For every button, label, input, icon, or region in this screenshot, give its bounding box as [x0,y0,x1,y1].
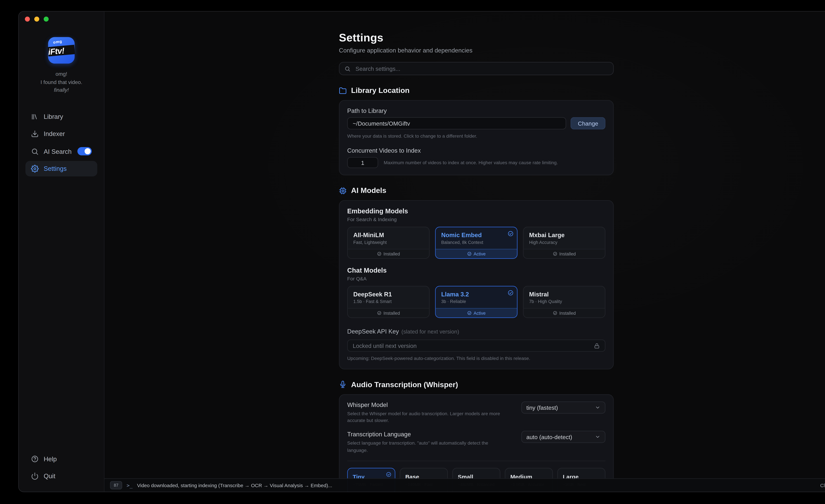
model-status-label: Installed [559,251,576,257]
concurrent-videos-input[interactable] [347,157,378,168]
library-location-section: Library Location Path to Library Change … [339,86,614,175]
section-heading: AI Models [351,187,386,195]
model-name: All-MiniLM [353,232,424,238]
toggle-knob [85,148,91,154]
whisper-model-helper: Select the Whisper model for audio trans… [347,410,506,424]
sidebar-item-label: Settings [44,165,67,172]
sidebar-item-settings[interactable]: Settings [25,161,97,176]
model-status-label: Installed [383,251,400,257]
model-card-nomic-embed[interactable]: Nomic Embed Balanced, 8k Context Active [435,227,517,259]
zoom-window-button[interactable] [44,17,49,22]
sidebar-nav: Library Indexer AI Search Settings [25,109,97,176]
model-status-label: Installed [559,311,576,316]
clear-button[interactable]: Clear [820,483,825,488]
app-logo-omg-text: omg [53,39,62,45]
ai-search-toggle[interactable] [77,147,92,155]
model-card-llama-3-2[interactable]: Llama 3.2 3b · Reliable Active [435,286,517,318]
whisper-section: Audio Transcription (Whisper) Whisper Mo… [339,380,614,492]
model-desc: High Accuracy [529,240,599,245]
model-card-deepseek-r1[interactable]: DeepSeek R1 1.5b · Fast & Smart Installe… [347,286,430,318]
sidebar: omg iFtv! omg! I found that video. final… [19,11,104,492]
chevron-down-icon [595,434,600,440]
search-icon [345,66,351,72]
installed-check-icon [552,252,557,256]
model-card-mistral[interactable]: Mistral 7b · High Quality Installed [523,286,605,318]
installed-check-icon [377,252,381,256]
section-header: Audio Transcription (Whisper) [339,380,614,388]
sidebar-item-ai-search[interactable]: AI Search [25,143,97,159]
model-name: Mistral [529,291,599,298]
model-name: Nomic Embed [441,232,512,238]
path-helper: Where your data is stored. Click to chan… [347,133,605,139]
api-key-label: DeepSeek API Key [347,328,399,335]
close-window-button[interactable] [25,17,30,22]
section-heading: Audio Transcription (Whisper) [351,380,458,388]
whisper-model-label: Whisper Model [347,401,506,408]
sidebar-item-indexer[interactable]: Indexer [25,126,97,142]
library-icon [31,113,39,121]
library-path-input[interactable] [347,117,566,129]
terminal-prompt-icon: >_ [127,483,133,488]
embedding-model-grid: All-MiniLM Fast, Lightweight Installed [347,227,605,259]
whisper-card: Whisper Model Select the Whisper model f… [339,394,614,492]
transcription-language-value: auto (auto-detect) [526,434,572,440]
installed-check-icon [377,311,381,315]
settings-icon [31,165,39,172]
tagline-line-3: finally! [25,86,97,94]
whisper-model-labels: Whisper Model Select the Whisper model f… [347,401,506,424]
lock-icon [594,343,600,349]
status-count-badge: 87 [110,481,122,489]
chevron-down-icon [595,405,600,410]
path-label: Path to Library [347,107,605,114]
indexer-icon [31,130,39,138]
sidebar-item-label: Quit [44,473,56,480]
concurrent-row: Maximum number of videos to index at onc… [347,157,605,168]
chat-models-subtitle: For Q&A [347,276,605,282]
api-key-placeholder: Locked until next version [353,343,417,349]
status-bar: 87 >_ Video downloaded, starting indexin… [104,478,825,492]
settings-content: Settings Configure application behavior … [339,11,614,492]
transcription-language-select[interactable]: auto (auto-detect) [521,431,605,443]
sidebar-item-quit[interactable]: Quit [25,469,97,484]
main-panel: Settings Configure application behavior … [104,11,825,492]
minimize-window-button[interactable] [34,17,39,22]
transcription-language-row: Transcription Language Select language f… [347,431,605,454]
whisper-model-value: tiny (fastest) [526,404,558,411]
model-card-body: All-MiniLM Fast, Lightweight [348,227,429,249]
model-card-all-minilm[interactable]: All-MiniLM Fast, Lightweight Installed [347,227,430,259]
model-name: Mxbai Large [529,232,599,238]
transcription-language-helper: Select language for transcription. "auto… [347,440,506,454]
cpu-icon [339,187,347,195]
model-desc: Fast, Lightweight [353,240,424,245]
active-check-icon [508,231,514,237]
sidebar-item-help[interactable]: Help [25,451,97,467]
model-status: Installed [348,308,429,317]
model-status: Active [436,308,517,317]
api-key-input: Locked until next version [347,340,605,352]
model-card-mxbai-large[interactable]: Mxbai Large High Accuracy Installed [523,227,605,259]
model-status-label: Active [473,311,485,316]
search-input[interactable] [355,65,608,72]
whisper-model-row: Whisper Model Select the Whisper model f… [347,401,605,424]
transcription-language-label: Transcription Language [347,431,506,437]
folder-icon [339,86,347,94]
model-card-body: Mistral 7b · High Quality [524,287,605,308]
app-logo-main-text: iFtv! [48,45,75,56]
status-message: Video downloaded, starting indexing (Tra… [137,483,332,488]
model-status-label: Active [473,251,485,257]
change-path-button[interactable]: Change [571,117,605,129]
sidebar-item-label: Library [44,114,63,120]
tagline-line-2: I found that video. [25,78,97,86]
model-name: DeepSeek R1 [353,291,424,298]
ai-models-section: AI Models Embedding Models For Search & … [339,187,614,369]
whisper-model-select[interactable]: tiny (fastest) [521,401,605,413]
quit-icon [31,472,39,480]
embedding-models-title: Embedding Models [347,208,605,215]
page-subtitle: Configure application behavior and depen… [339,47,614,54]
sidebar-item-label: Help [44,456,57,462]
transcription-language-labels: Transcription Language Select language f… [347,431,506,454]
section-header: AI Models [339,187,614,195]
model-desc: Balanced, 8k Context [441,240,512,245]
api-key-helper: Upcoming: DeepSeek-powered auto-categori… [347,355,605,362]
sidebar-item-library[interactable]: Library [25,109,97,125]
